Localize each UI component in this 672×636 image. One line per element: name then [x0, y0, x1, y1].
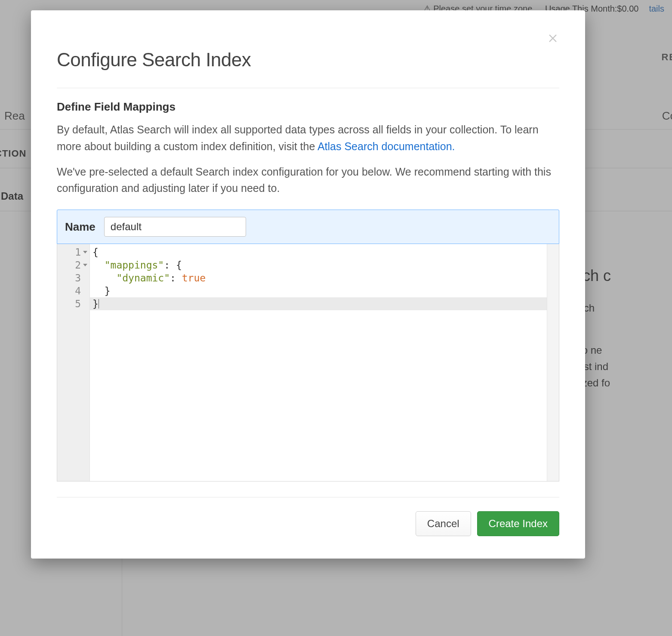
- editor-gutter: 1 2 3 4 5: [57, 244, 90, 481]
- editor-code[interactable]: { "mappings": { "dynamic": true } }: [90, 244, 559, 481]
- gutter-line: 5: [57, 297, 89, 310]
- gutter-line: 1: [57, 246, 89, 259]
- code-line-active: }: [90, 297, 559, 310]
- index-name-input[interactable]: [104, 217, 246, 237]
- modal-title: Configure Search Index: [57, 10, 559, 88]
- description-text: By default, Atlas Search will index all …: [57, 123, 539, 152]
- gutter-line: 2: [57, 259, 89, 272]
- editor-cursor: [99, 299, 99, 309]
- configure-search-index-modal: Configure Search Index Define Field Mapp…: [31, 10, 585, 559]
- modal-footer: Cancel Create Index: [57, 511, 559, 536]
- editor-scroll-strip: [547, 244, 559, 481]
- code-line: "mappings": {: [90, 259, 559, 272]
- cancel-button[interactable]: Cancel: [416, 511, 471, 536]
- divider: [57, 497, 559, 497]
- gutter-line: 3: [57, 272, 89, 284]
- description-paragraph-1: By default, Atlas Search will index all …: [57, 121, 559, 155]
- close-icon: [548, 34, 558, 43]
- name-bar: Name: [57, 210, 559, 244]
- divider: [57, 88, 559, 88]
- section-title: Define Field Mappings: [57, 100, 559, 114]
- gutter-line: 4: [57, 284, 89, 297]
- create-index-button[interactable]: Create Index: [477, 511, 559, 536]
- documentation-link[interactable]: Atlas Search documentation.: [318, 140, 455, 152]
- description-paragraph-2: We've pre-selected a default Search inde…: [57, 164, 559, 197]
- json-editor[interactable]: 1 2 3 4 5 { "mappings": { "dynamic": tru…: [57, 244, 559, 482]
- code-line: {: [90, 246, 559, 259]
- code-line: }: [90, 284, 559, 297]
- close-button[interactable]: [546, 32, 559, 45]
- code-line: "dynamic": true: [90, 272, 559, 284]
- name-label: Name: [65, 220, 96, 234]
